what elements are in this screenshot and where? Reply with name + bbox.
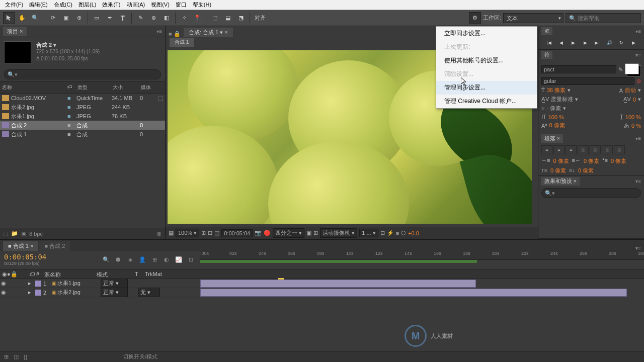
camera-tool-icon[interactable]: ▣ <box>60 12 72 24</box>
hand-tool-icon[interactable]: ✋ <box>16 12 28 24</box>
view-axis-icon[interactable]: ⬔ <box>235 12 247 24</box>
timeline-ruler[interactable]: :00s02s04s06s08s10s12s14s16s18s20s22s24s… <box>200 251 644 269</box>
last-frame-icon[interactable]: ▶| <box>592 38 603 47</box>
resolution-dropdown[interactable]: 四分之一 ▾ <box>273 228 304 238</box>
paragraph-tab[interactable]: 段落 × <box>541 134 563 143</box>
puppet-tool-icon[interactable]: 📍 <box>191 12 203 24</box>
toggle-switches-label[interactable]: 切换开关/模式 <box>123 353 157 360</box>
draft-3d-icon[interactable]: ◈ <box>125 255 135 264</box>
roi-icon[interactable]: ▣ <box>306 230 311 236</box>
new-comp-icon[interactable]: ▣ <box>21 230 26 237</box>
always-preview-icon[interactable]: ▦ <box>169 230 174 236</box>
fast-preview-icon[interactable]: ⚡ <box>387 230 394 236</box>
menu-file[interactable]: 文件(F) <box>2 0 26 10</box>
prev-frame-icon[interactable]: ◀ <box>555 38 567 47</box>
indent-right-value[interactable]: 0 像素 <box>584 157 599 165</box>
col-source-name[interactable]: 源名称 <box>43 270 96 279</box>
indent-first-value[interactable]: 0 像素 <box>611 157 626 165</box>
roto-tool-icon[interactable]: ✧ <box>178 12 190 24</box>
kerning-value[interactable]: 度量标准 <box>551 96 573 103</box>
layer-bar[interactable] <box>200 280 476 288</box>
timeline-layer-row[interactable]: ◉ ▸2 ▣水果2.jpg 正常 ▾ 无 ▾ <box>0 288 200 297</box>
current-time[interactable]: 0:00:05:04 <box>221 229 253 237</box>
blend-mode-dropdown[interactable]: 正常 ▾ <box>101 288 128 297</box>
timeline-tab[interactable]: ■ 合成 1 × <box>3 241 38 251</box>
rect-tool-icon[interactable]: ▭ <box>91 12 103 24</box>
graph-editor-icon[interactable]: 📈 <box>174 255 184 264</box>
text-tool-icon[interactable]: T <box>117 12 129 24</box>
justify-all-icon[interactable]: ≣ <box>614 145 625 154</box>
timeline-track-area[interactable] <box>200 279 644 361</box>
eyedropper-icon[interactable]: ✎ <box>618 66 623 73</box>
tsume-value[interactable]: 0 % <box>631 123 641 129</box>
project-item[interactable]: 合成 2■合成0 <box>0 121 165 130</box>
bpc-button[interactable]: 8 bpc <box>29 231 43 237</box>
exposure-value[interactable]: +0.0 <box>408 230 419 236</box>
layer-bar[interactable] <box>200 289 627 297</box>
clone-tool-icon[interactable]: ⊛ <box>147 12 159 24</box>
effects-presets-tab[interactable]: 效果和预设 × <box>541 177 580 186</box>
toggle-modes-icon[interactable]: ◫ <box>14 353 19 360</box>
menu-animation[interactable]: 动画(A) <box>124 0 148 10</box>
font-size-value[interactable]: 36 像素 <box>547 86 566 94</box>
baseline-value[interactable]: 0 像素 <box>549 122 565 129</box>
eraser-tool-icon[interactable]: ◧ <box>160 12 173 24</box>
menu-window[interactable]: 窗口 <box>173 0 190 10</box>
vscale-value[interactable]: 100 % <box>548 114 564 120</box>
leading-value[interactable]: 自动 <box>625 86 636 94</box>
brainstorm-icon[interactable]: ⊡ <box>186 255 196 264</box>
menu-composition[interactable]: 合成(C) <box>51 0 75 10</box>
play-icon[interactable]: ▶ <box>568 38 579 47</box>
snapshot-icon[interactable]: 📷 <box>255 230 262 236</box>
project-item[interactable]: 合成 1■合成0 <box>0 130 165 139</box>
zoom-tool-icon[interactable]: 🔍 <box>29 12 41 24</box>
align-right-icon[interactable]: ≡ <box>566 145 577 154</box>
comp-flowchart-icon[interactable]: ⬡ <box>401 230 406 236</box>
menu-manage-cc-account[interactable]: 管理 Creative Cloud 帐户... <box>436 95 537 108</box>
justify-last-right-icon[interactable]: ≣ <box>602 145 613 154</box>
zoom-dropdown[interactable]: 100% ▾ <box>176 229 199 237</box>
hscale-value[interactable]: 100 % <box>625 114 641 120</box>
menu-use-other-account[interactable]: 使用其他帐号的设置... <box>436 54 537 67</box>
project-tab[interactable]: 项目 × <box>3 27 27 36</box>
timeline-icon[interactable]: ≡ <box>396 230 399 236</box>
pen-tool-icon[interactable]: ✒ <box>104 12 116 24</box>
world-axis-icon[interactable]: ⬓ <box>222 12 234 24</box>
search-icon[interactable]: 🔍 <box>101 255 111 264</box>
new-folder-icon[interactable]: 📁 <box>11 230 18 237</box>
space-after-value[interactable]: 0 像素 <box>578 167 594 174</box>
transparency-grid-icon[interactable]: ⊞ <box>313 230 318 236</box>
composition-tab[interactable]: 合成: 合成 1 ▾ × <box>184 28 233 37</box>
project-item[interactable]: 水果1.jpg■JPEG76 KB <box>0 112 165 121</box>
font-style-dropdown[interactable]: gular <box>541 77 634 85</box>
comp-mini-flowchart-icon[interactable]: ⬢ <box>113 255 123 264</box>
selection-tool-icon[interactable] <box>3 12 15 24</box>
next-frame-icon[interactable]: ▶ <box>580 38 591 47</box>
trkmat-dropdown[interactable]: 无 ▾ <box>138 288 160 297</box>
effects-search-input[interactable]: 🔍▾ <box>541 188 641 198</box>
pixel-aspect-icon[interactable]: ⊡ <box>380 230 385 236</box>
loop-icon[interactable]: ↻ <box>616 38 627 47</box>
menu-help[interactable]: 帮助(H) <box>190 0 214 10</box>
hide-shy-icon[interactable]: 👤 <box>137 255 147 264</box>
first-frame-icon[interactable]: |◀ <box>543 38 554 47</box>
expand-icon[interactable]: {} <box>24 354 27 360</box>
menu-effect[interactable]: 效果(T) <box>99 0 123 10</box>
menu-view[interactable]: 视图(V) <box>148 0 173 10</box>
sync-settings-icon[interactable]: ⚙ <box>469 12 481 24</box>
toggle-switches-icon[interactable]: ⊞ <box>4 353 9 360</box>
rotate-tool-icon[interactable]: ⟳ <box>47 12 59 24</box>
panel-menu-icon[interactable]: ▾≡ <box>156 29 162 34</box>
camera-dropdown[interactable]: 活动摄像机 ▾ <box>320 228 357 238</box>
stroke-value[interactable]: - 像素 <box>546 105 561 112</box>
grid-icon[interactable]: ⊡ <box>208 230 212 236</box>
pan-behind-tool-icon[interactable]: ⊕ <box>73 12 85 24</box>
comp-flowchart-tab[interactable]: 合成 1 <box>170 38 194 47</box>
space-before-value[interactable]: 0 像素 <box>550 167 566 174</box>
menu-sync-now[interactable]: 立即同步设置... <box>436 27 537 40</box>
tracking-value[interactable]: 0 <box>633 97 636 103</box>
blend-mode-dropdown[interactable]: 正常 ▾ <box>101 279 128 288</box>
timeline-tab[interactable]: ■ 合成 2 <box>39 241 70 251</box>
menu-edit[interactable]: 编辑(E) <box>26 0 51 10</box>
mask-icon[interactable]: ◫ <box>214 230 219 236</box>
